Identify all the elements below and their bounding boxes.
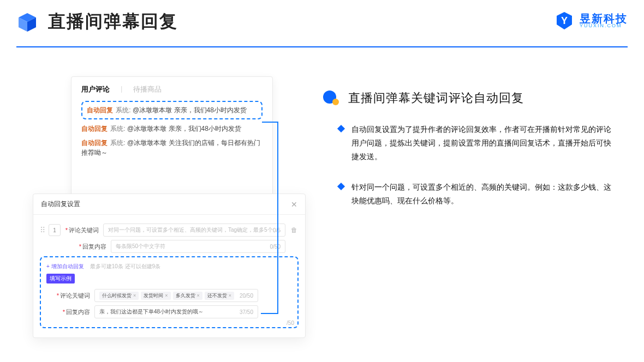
example-tag[interactable]: 发货时间× — [141, 292, 170, 300]
delete-rule-icon[interactable]: 🗑 — [290, 226, 299, 234]
bullet-item-2: 针对同一个问题，可设置多个相近的、高频的关键词。例如：这款多少钱、这块能优惠吗、… — [338, 180, 611, 208]
comment-line-3: 自动回复 系统: @冰墩墩本墩 关注我们的店铺，每日都有热门推荐呦～ — [81, 138, 263, 158]
system-label: 系统: — [116, 106, 130, 114]
keyword-placeholder: 对同一个问题，可设置多个相近、高频的关键词，Tag确定，最多5个 — [108, 226, 273, 234]
example-reply-text: 亲，我们这边都是下单48小时内发货的哦～ — [99, 308, 204, 316]
brand-logo-block: Y 昱新科技 YUUXIN.COM — [554, 11, 628, 31]
system-label: 系统: — [110, 139, 125, 147]
header-divider — [16, 46, 628, 47]
example-keyword-label: *评论关键词 — [56, 292, 90, 300]
left-screenshots-group: 用户评论 | 待播商品 自动回复 系统: @冰墩墩本墩 亲亲，我们48小时内发货… — [33, 76, 306, 349]
comment-line-2: 自动回复 系统: @冰墩墩本墩 亲亲，我们48小时内发货 — [81, 124, 263, 134]
reply-row: *回复内容 每条限50个中文字符 0/50 — [40, 240, 299, 253]
comments-panel: 用户评论 | 待播商品 自动回复 系统: @冰墩墩本墩 亲亲，我们48小时内发货… — [71, 76, 273, 196]
example-tag[interactable]: 什么时候发货× — [99, 292, 139, 300]
example-reply-input[interactable]: 亲，我们这边都是下单48小时内发货的哦～ 37/50 — [94, 305, 258, 318]
reply-label: *回复内容 — [73, 243, 106, 251]
chat-bubble-icon — [322, 90, 341, 106]
tab-user-comments[interactable]: 用户评论 — [81, 85, 110, 94]
keyword-row: ⠿ 1 *评论关键词 对同一个问题，可设置多个相近、高频的关键词，Tag确定，最… — [40, 224, 299, 237]
keyword-label: *评论关键词 — [65, 226, 99, 234]
example-heading-chip: 填写示例 — [46, 274, 75, 283]
diamond-bullet-icon — [337, 182, 345, 190]
rule-index: 1 — [49, 224, 61, 236]
auto-reply-settings-panel: 自动回复设置 ✕ ⠿ 1 *评论关键词 对同一个问题，可设置多个相近、高频的关键… — [33, 194, 306, 338]
example-keyword-counter: 20/50 — [240, 293, 253, 299]
comment-text-3: @冰墩墩本墩 关注我们的店铺，每日都有热门推荐呦～ — [81, 139, 260, 156]
add-rule-line: + 增加自动回复 最多可建10条 还可以创建9条 — [46, 263, 292, 270]
example-tag[interactable]: 多久发货× — [173, 292, 202, 300]
comment-line-1: 自动回复 系统: @冰墩墩本墩 亲亲，我们48小时内发货 — [87, 105, 257, 115]
reply-input[interactable]: 每条限50个中文字符 0/50 — [111, 240, 285, 253]
comment-text-1: @冰墩墩本墩 亲亲，我们48小时内发货 — [133, 106, 247, 114]
system-label: 系统: — [110, 125, 125, 132]
reply-counter: 0/50 — [270, 244, 281, 250]
bullet-item-1: 自动回复设置为了提升作者的评论回复效率，作者可在开播前针对常见的评论用户问题，提… — [338, 123, 611, 164]
comment-text-2: @冰墩墩本墩 亲亲，我们48小时内发货 — [127, 125, 241, 132]
explanation-column: 直播间弹幕关键词评论自动回复 自动回复设置为了提升作者的评论回复效率，作者可在开… — [322, 90, 617, 224]
header-cube-icon — [16, 11, 38, 33]
svg-point-5 — [332, 99, 339, 105]
add-rule-hint: 最多可建10条 还可以创建9条 — [90, 263, 160, 269]
brand-subtitle: YUUXIN.COM — [580, 23, 628, 28]
diamond-bullet-icon — [337, 125, 345, 132]
settings-panel-header: 自动回复设置 ✕ — [33, 194, 305, 215]
section-title: 直播间弹幕关键词评论自动回复 — [348, 90, 524, 106]
example-reply-label: *回复内容 — [56, 308, 90, 316]
tab-pending-products[interactable]: 待播商品 — [133, 85, 162, 94]
overflow-counter: /50 — [287, 320, 294, 326]
tab-separator: | — [121, 85, 122, 94]
auto-reply-tag: 自动回复 — [81, 139, 108, 147]
add-auto-reply-link[interactable]: + 增加自动回复 — [46, 263, 84, 269]
bullet-text-1: 自动回复设置为了提升作者的评论回复效率，作者可在开播前针对常见的评论用户问题，提… — [351, 123, 611, 164]
auto-reply-tag: 自动回复 — [81, 125, 108, 132]
settings-panel-title: 自动回复设置 — [41, 200, 80, 209]
close-icon[interactable]: ✕ — [291, 200, 297, 209]
page-title: 直播间弹幕回复 — [48, 10, 178, 34]
example-keyword-row: *评论关键词 什么时候发货× 发货时间× 多久发货× 还不发货× 20/50 — [46, 289, 292, 302]
reply-placeholder: 每条限50个中文字符 — [116, 243, 165, 250]
keyword-counter: 0/5 — [273, 227, 281, 233]
keyword-input[interactable]: 对同一个问题，可设置多个相近、高频的关键词，Tag确定，最多5个 0/5 — [103, 224, 285, 237]
example-tag[interactable]: 还不发货× — [205, 292, 234, 300]
drag-handle-icon[interactable]: ⠿ — [40, 226, 44, 234]
example-keyword-input[interactable]: 什么时候发货× 发货时间× 多久发货× 还不发货× 20/50 — [94, 289, 258, 302]
example-reply-counter: 37/50 — [240, 309, 253, 315]
svg-text:Y: Y — [561, 15, 568, 26]
section-heading: 直播间弹幕关键词评论自动回复 — [322, 90, 617, 106]
auto-reply-tag: 自动回复 — [87, 106, 113, 114]
comments-tabs: 用户评论 | 待播商品 — [81, 85, 263, 94]
slide-header: 直播间弹幕回复 — [16, 10, 628, 34]
highlighted-comment-callout: 自动回复 系统: @冰墩墩本墩 亲亲，我们48小时内发货 — [81, 101, 263, 119]
brand-mark-icon: Y — [554, 11, 574, 31]
example-reply-row: *回复内容 亲，我们这边都是下单48小时内发货的哦～ 37/50 — [46, 305, 292, 318]
bullet-text-2: 针对同一个问题，可设置多个相近的、高频的关键词。例如：这款多少钱、这块能优惠吗、… — [351, 180, 611, 208]
example-callout: + 增加自动回复 最多可建10条 还可以创建9条 填写示例 *评论关键词 什么时… — [40, 256, 299, 328]
